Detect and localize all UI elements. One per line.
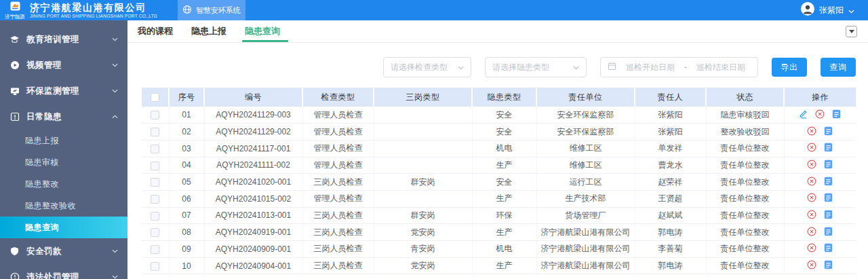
select-all-checkbox[interactable] xyxy=(151,93,159,102)
user-menu[interactable]: 张紫阳 xyxy=(801,0,868,20)
system-tab-smart-safety[interactable]: 智慧安环系统 xyxy=(178,0,245,20)
top-header: 济宁能源 济宁港航梁山港有限公司 JINING PORT AND SHIPPIN… xyxy=(0,0,868,20)
cell-unit: 维修工区 xyxy=(536,140,635,157)
cell-hazard-type: 安全 xyxy=(472,107,536,124)
close-circle-icon[interactable] xyxy=(807,143,816,152)
sidebar-item-violation-penalty[interactable]: 违法处罚管理 xyxy=(0,264,127,279)
document-icon[interactable] xyxy=(824,243,833,253)
cell-actions xyxy=(784,124,856,141)
cell-post-type xyxy=(374,140,472,157)
column-hazard-type: 隐患类型 xyxy=(472,88,536,107)
cell-person: 王贤超 xyxy=(635,190,706,207)
document-icon[interactable] xyxy=(824,210,833,219)
row-checkbox[interactable] xyxy=(151,228,159,237)
document-icon[interactable] xyxy=(824,227,833,236)
close-circle-icon[interactable] xyxy=(807,176,816,186)
row-checkbox[interactable] xyxy=(151,245,159,254)
cell-person: 张紫阳 xyxy=(635,124,706,141)
column-status: 状态 xyxy=(706,88,784,107)
cell-post-type: 青安岗 xyxy=(374,241,472,258)
chevron-down-icon xyxy=(458,62,464,72)
document-icon[interactable] xyxy=(824,126,833,136)
export-button[interactable]: 导出 xyxy=(772,58,807,77)
cell-seq: 01 xyxy=(169,107,204,124)
chevron-down-icon xyxy=(848,4,854,16)
document-icon[interactable] xyxy=(824,143,833,152)
collapse-panel-icon[interactable] xyxy=(846,26,857,37)
query-button[interactable]: 查询 xyxy=(821,58,856,77)
sidebar-subitem-hazard-rectify[interactable]: 隐患整改 xyxy=(0,173,127,195)
cell-actions xyxy=(784,174,856,191)
check-type-select[interactable]: 请选择检查类型 xyxy=(383,57,471,77)
sidebar-item-video-management[interactable]: 视频管理 xyxy=(0,52,127,78)
close-circle-icon[interactable] xyxy=(807,227,816,236)
document-icon[interactable] xyxy=(832,109,841,119)
close-circle-icon[interactable] xyxy=(807,243,816,253)
cell-code: AQYH20241020-001 xyxy=(204,174,302,191)
sidebar-item-safety-fines[interactable]: 安全罚款 xyxy=(0,238,127,264)
cell-check-type: 管理人员检查 xyxy=(302,190,374,207)
close-circle-icon[interactable] xyxy=(807,193,816,202)
cell-code: AQYH20241129-002 xyxy=(204,124,302,141)
row-checkbox[interactable] xyxy=(151,128,159,136)
cell-seq: 10 xyxy=(169,257,204,274)
inspection-date-range-picker[interactable]: 巡检开始日期 - 巡检结束日期 xyxy=(600,57,758,77)
edit-icon[interactable] xyxy=(799,109,808,119)
tab-my-courses[interactable]: 我的课程 xyxy=(136,20,174,42)
document-icon[interactable] xyxy=(824,193,833,202)
row-checkbox[interactable] xyxy=(151,262,159,271)
document-icon[interactable] xyxy=(824,160,833,169)
row-checkbox[interactable] xyxy=(151,212,159,221)
table-row: 03AQYH20241117-001管理人员检查机电维修工区单发祥责任单位整改 xyxy=(142,140,856,157)
cell-hazard-type: 安全 xyxy=(472,174,536,191)
cell-code: AQYH20240904-001 xyxy=(204,257,302,274)
close-circle-icon[interactable] xyxy=(807,126,816,136)
row-checkbox[interactable] xyxy=(151,162,159,170)
cell-person: 赵荣祥 xyxy=(635,174,706,191)
row-checkbox[interactable] xyxy=(151,111,159,119)
date-start-input[interactable]: 巡检开始日期 xyxy=(620,62,680,73)
hazard-icon xyxy=(9,112,20,122)
cell-check-type: 管理人员检查 xyxy=(302,124,374,141)
cell-post-type xyxy=(374,157,472,174)
column-actions: 操作 xyxy=(784,88,856,107)
close-circle-icon[interactable] xyxy=(807,260,816,269)
cell-status: 责任单位整改 xyxy=(706,207,784,224)
tab-hazard-query[interactable]: 隐患查询 xyxy=(243,20,281,42)
sidebar-subitem-hazard-query[interactable]: 隐患查询 xyxy=(0,217,127,238)
cell-person: 李善菊 xyxy=(635,241,706,258)
cell-code: AQYH20241129-003 xyxy=(204,107,302,124)
table-row: 05AQYH20241020-001三岗人员检查群安岗安全运行工区赵荣祥责任单位… xyxy=(142,174,856,191)
sidebar-subitem-hazard-rectify-acceptance[interactable]: 隐患整改验收 xyxy=(0,195,127,217)
table-row: 09AQYH20240909-001三岗人员检查青安岗机电济宁港航梁山港有限公司… xyxy=(142,241,856,258)
date-end-input[interactable]: 巡检结束日期 xyxy=(691,62,751,73)
cell-checkbox xyxy=(142,257,169,274)
row-checkbox[interactable] xyxy=(151,178,159,187)
close-circle-icon[interactable] xyxy=(807,160,816,169)
cell-checkbox xyxy=(142,224,169,241)
cell-status: 责任单位整改 xyxy=(706,190,784,207)
close-circle-icon[interactable] xyxy=(807,210,816,219)
cell-checkbox xyxy=(142,207,169,224)
row-checkbox[interactable] xyxy=(151,195,159,204)
cell-actions xyxy=(784,207,856,224)
close-circle-icon[interactable] xyxy=(815,109,825,119)
sidebar-item-education-training[interactable]: 教育培训管理 xyxy=(0,26,127,52)
hazard-type-select[interactable]: 请选择隐患类型 xyxy=(485,57,587,77)
table-row: 02AQYH20241129-002管理人员检查安全安全环保监察部张紫阳整改验收… xyxy=(142,124,856,141)
cell-status: 责任单位整改 xyxy=(706,157,784,174)
sidebar-subitem-hazard-review[interactable]: 隐患审核 xyxy=(0,151,127,173)
hazard-type-placeholder: 请选择隐患类型 xyxy=(492,62,573,73)
document-icon[interactable] xyxy=(824,260,833,269)
tab-hazard-report[interactable]: 隐患上报 xyxy=(190,20,228,42)
cell-checkbox xyxy=(142,190,169,207)
cell-post-type xyxy=(374,190,472,207)
sidebar-item-daily-hazards[interactable]: 日常隐患 xyxy=(0,104,127,130)
row-checkbox[interactable] xyxy=(151,145,159,153)
document-icon[interactable] xyxy=(824,176,833,186)
sidebar-subitem-hazard-report[interactable]: 隐患上报 xyxy=(0,130,127,151)
cell-code: AQYH20241117-001 xyxy=(204,140,302,157)
sidebar: 教育培训管理 视频管理 环保监测管理 日常隐患 隐患上报 隐患审核 xyxy=(0,20,127,279)
sidebar-item-environment-monitoring[interactable]: 环保监测管理 xyxy=(0,78,127,104)
column-seq: 序号 xyxy=(169,88,204,107)
